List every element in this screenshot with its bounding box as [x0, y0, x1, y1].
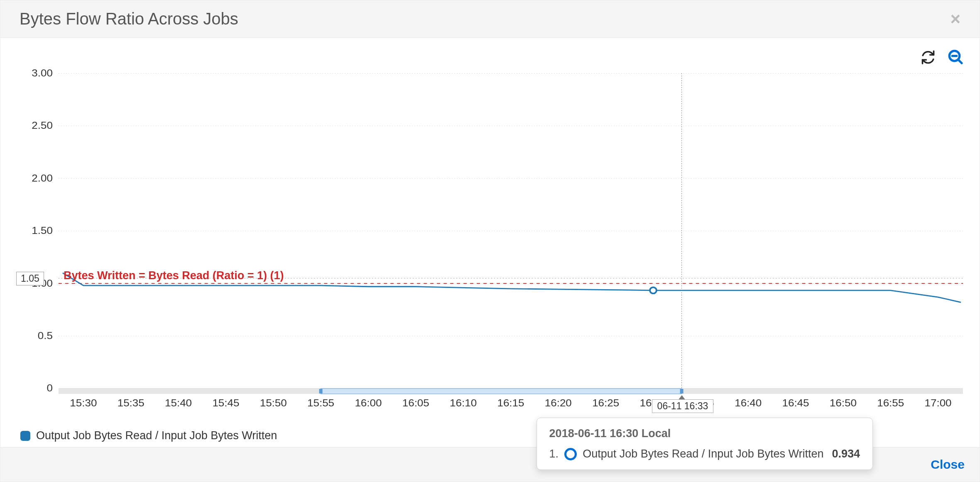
svg-text:3.00: 3.00	[32, 67, 53, 79]
svg-text:1.50: 1.50	[32, 225, 53, 236]
svg-text:16:00: 16:00	[355, 397, 382, 408]
svg-text:2.00: 2.00	[32, 172, 53, 184]
tooltip-value: 0.934	[832, 448, 860, 460]
tooltip-row: 1. Output Job Bytes Read / Input Job Byt…	[549, 448, 860, 460]
x-hover-time-label: 06-11 16:33	[652, 399, 714, 413]
svg-text:16:40: 16:40	[735, 397, 762, 408]
svg-text:16:15: 16:15	[497, 397, 524, 408]
chart-area[interactable]: 00.51.001.502.002.503.0015:3015:3515:401…	[13, 50, 967, 435]
svg-text:0.5: 0.5	[38, 330, 53, 341]
circle-marker-icon	[564, 448, 577, 460]
hover-tooltip: 2018-06-11 16:30 Local 1. Output Job Byt…	[537, 418, 873, 470]
chart-legend: Output Job Bytes Read / Input Job Bytes …	[20, 429, 277, 442]
svg-text:15:55: 15:55	[307, 397, 334, 408]
svg-point-43	[650, 287, 657, 293]
svg-rect-18	[321, 389, 682, 394]
modal-dialog: Bytes Flow Ratio Across Jobs × 00.51	[0, 0, 980, 482]
svg-text:15:50: 15:50	[260, 397, 287, 408]
threshold-line-label: Bytes Written = Bytes Read (Ratio = 1) (…	[64, 269, 284, 282]
svg-text:15:45: 15:45	[212, 397, 239, 408]
svg-text:16:10: 16:10	[450, 397, 477, 408]
svg-text:16:55: 16:55	[877, 397, 904, 408]
tooltip-title: 2018-06-11 16:30 Local	[549, 427, 860, 440]
svg-rect-19	[319, 389, 323, 393]
legend-series-label: Output Job Bytes Read / Input Job Bytes …	[36, 429, 277, 442]
tooltip-index: 1.	[549, 448, 559, 460]
legend-swatch-icon	[20, 431, 30, 441]
y-hover-value-label: 1.05	[16, 272, 44, 285]
svg-text:17:00: 17:00	[925, 397, 952, 408]
svg-text:15:35: 15:35	[118, 397, 145, 408]
svg-text:16:45: 16:45	[782, 397, 809, 408]
svg-text:16:05: 16:05	[402, 397, 429, 408]
modal-header: Bytes Flow Ratio Across Jobs ×	[0, 0, 980, 38]
tooltip-series-name: Output Job Bytes Read / Input Job Bytes …	[583, 448, 823, 460]
modal-title: Bytes Flow Ratio Across Jobs	[20, 10, 238, 28]
svg-rect-20	[680, 389, 684, 393]
svg-text:0: 0	[47, 382, 52, 393]
svg-text:16:25: 16:25	[592, 397, 619, 408]
close-icon[interactable]: ×	[950, 10, 960, 28]
svg-text:16:20: 16:20	[545, 397, 572, 408]
modal-body: 00.51.001.502.002.503.0015:3015:3515:401…	[0, 38, 980, 447]
svg-text:15:40: 15:40	[165, 397, 192, 408]
svg-text:2.50: 2.50	[32, 120, 53, 131]
svg-text:15:30: 15:30	[70, 397, 97, 408]
close-button[interactable]: Close	[931, 457, 965, 471]
svg-text:16:50: 16:50	[830, 397, 857, 408]
